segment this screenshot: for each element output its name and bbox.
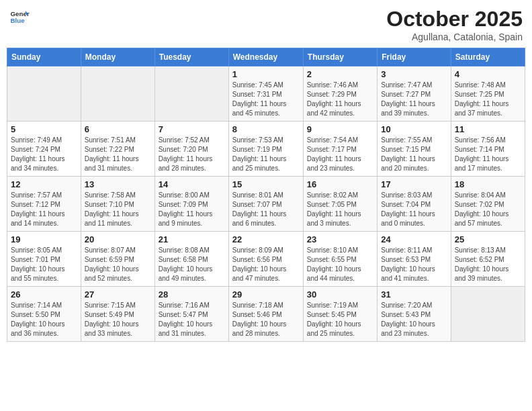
day-info: Sunrise: 7:56 AM Sunset: 7:14 PM Dayligh… [455, 136, 521, 173]
day-number: 14 [159, 179, 225, 189]
header-cell-tuesday: Tuesday [154, 48, 228, 66]
day-number: 19 [11, 234, 77, 244]
day-cell [451, 287, 525, 342]
day-info: Sunrise: 7:45 AM Sunset: 7:31 PM Dayligh… [232, 81, 300, 118]
day-info: Sunrise: 8:00 AM Sunset: 7:09 PM Dayligh… [159, 191, 225, 228]
day-info: Sunrise: 8:11 AM Sunset: 6:53 PM Dayligh… [381, 246, 447, 283]
logo-icon: General Blue [9, 7, 30, 27]
day-cell: 14Sunrise: 8:00 AM Sunset: 7:09 PM Dayli… [154, 177, 228, 232]
header-cell-sunday: Sunday [7, 48, 81, 66]
day-info: Sunrise: 7:54 AM Sunset: 7:17 PM Dayligh… [307, 136, 373, 173]
day-info: Sunrise: 7:55 AM Sunset: 7:15 PM Dayligh… [381, 136, 447, 173]
day-number: 5 [11, 124, 77, 134]
day-info: Sunrise: 7:47 AM Sunset: 7:27 PM Dayligh… [381, 81, 447, 118]
day-info: Sunrise: 7:16 AM Sunset: 5:47 PM Dayligh… [159, 301, 225, 338]
day-number: 24 [381, 234, 447, 244]
day-cell: 4Sunrise: 7:48 AM Sunset: 7:25 PM Daylig… [451, 66, 525, 122]
day-cell: 5Sunrise: 7:49 AM Sunset: 7:24 PM Daylig… [7, 122, 81, 177]
day-info: Sunrise: 7:49 AM Sunset: 7:24 PM Dayligh… [11, 136, 77, 173]
day-cell: 13Sunrise: 7:58 AM Sunset: 7:10 PM Dayli… [81, 177, 154, 232]
day-cell: 9Sunrise: 7:54 AM Sunset: 7:17 PM Daylig… [303, 122, 377, 177]
day-cell [7, 66, 81, 122]
day-number: 28 [159, 289, 225, 300]
day-number: 22 [232, 234, 300, 244]
day-info: Sunrise: 7:51 AM Sunset: 7:22 PM Dayligh… [85, 136, 151, 173]
title-block: October 2025 Agullana, Catalonia, Spain [386, 7, 523, 42]
day-cell: 27Sunrise: 7:15 AM Sunset: 5:49 PM Dayli… [81, 287, 154, 342]
week-row-3: 19Sunrise: 8:05 AM Sunset: 7:01 PM Dayli… [7, 232, 525, 287]
day-info: Sunrise: 7:15 AM Sunset: 5:49 PM Dayligh… [85, 301, 151, 338]
day-cell: 31Sunrise: 7:20 AM Sunset: 5:43 PM Dayli… [378, 287, 451, 342]
day-cell: 6Sunrise: 7:51 AM Sunset: 7:22 PM Daylig… [81, 122, 154, 177]
day-info: Sunrise: 7:53 AM Sunset: 7:19 PM Dayligh… [232, 136, 300, 173]
week-row-4: 26Sunrise: 7:14 AM Sunset: 5:50 PM Dayli… [7, 287, 525, 342]
day-cell: 2Sunrise: 7:46 AM Sunset: 7:29 PM Daylig… [303, 66, 377, 122]
day-number: 10 [381, 124, 447, 134]
day-info: Sunrise: 8:04 AM Sunset: 7:02 PM Dayligh… [455, 191, 521, 228]
day-info: Sunrise: 8:07 AM Sunset: 6:59 PM Dayligh… [85, 246, 151, 283]
day-number: 31 [381, 289, 447, 300]
day-number: 16 [307, 179, 373, 189]
day-number: 7 [159, 124, 225, 134]
day-info: Sunrise: 8:03 AM Sunset: 7:04 PM Dayligh… [381, 191, 447, 228]
header-cell-wednesday: Wednesday [228, 48, 303, 66]
day-cell: 7Sunrise: 7:52 AM Sunset: 7:20 PM Daylig… [154, 122, 228, 177]
day-info: Sunrise: 8:13 AM Sunset: 6:52 PM Dayligh… [455, 246, 521, 283]
day-info: Sunrise: 8:01 AM Sunset: 7:07 PM Dayligh… [232, 191, 300, 228]
day-cell: 8Sunrise: 7:53 AM Sunset: 7:19 PM Daylig… [228, 122, 303, 177]
day-number: 25 [455, 234, 521, 244]
header-row: SundayMondayTuesdayWednesdayThursdayFrid… [7, 48, 525, 66]
logo: General Blue [9, 7, 30, 27]
day-cell: 19Sunrise: 8:05 AM Sunset: 7:01 PM Dayli… [7, 232, 81, 287]
day-cell: 23Sunrise: 8:10 AM Sunset: 6:55 PM Dayli… [303, 232, 377, 287]
day-cell: 16Sunrise: 8:02 AM Sunset: 7:05 PM Dayli… [303, 177, 377, 232]
page-header: General Blue October 2025 Agullana, Cata… [7, 7, 525, 42]
day-info: Sunrise: 7:14 AM Sunset: 5:50 PM Dayligh… [11, 301, 77, 338]
day-cell: 10Sunrise: 7:55 AM Sunset: 7:15 PM Dayli… [378, 122, 451, 177]
day-info: Sunrise: 8:02 AM Sunset: 7:05 PM Dayligh… [307, 191, 373, 228]
day-info: Sunrise: 7:48 AM Sunset: 7:25 PM Dayligh… [455, 81, 521, 118]
header-cell-thursday: Thursday [303, 48, 377, 66]
header-cell-monday: Monday [81, 48, 154, 66]
day-cell: 11Sunrise: 7:56 AM Sunset: 7:14 PM Dayli… [451, 122, 525, 177]
day-cell: 28Sunrise: 7:16 AM Sunset: 5:47 PM Dayli… [154, 287, 228, 342]
day-number: 9 [307, 124, 373, 134]
day-info: Sunrise: 7:19 AM Sunset: 5:45 PM Dayligh… [307, 301, 373, 338]
location-subtitle: Agullana, Catalonia, Spain [386, 32, 523, 42]
day-number: 11 [455, 124, 521, 134]
week-row-2: 12Sunrise: 7:57 AM Sunset: 7:12 PM Dayli… [7, 177, 525, 232]
day-number: 3 [381, 69, 447, 79]
day-info: Sunrise: 7:46 AM Sunset: 7:29 PM Dayligh… [307, 81, 373, 118]
svg-text:Blue: Blue [11, 17, 26, 24]
day-cell: 30Sunrise: 7:19 AM Sunset: 5:45 PM Dayli… [303, 287, 377, 342]
day-number: 4 [455, 69, 521, 79]
day-cell: 3Sunrise: 7:47 AM Sunset: 7:27 PM Daylig… [378, 66, 451, 122]
day-cell [154, 66, 228, 122]
day-info: Sunrise: 7:58 AM Sunset: 7:10 PM Dayligh… [85, 191, 151, 228]
day-cell: 1Sunrise: 7:45 AM Sunset: 7:31 PM Daylig… [228, 66, 303, 122]
day-number: 21 [159, 234, 225, 244]
day-info: Sunrise: 8:05 AM Sunset: 7:01 PM Dayligh… [11, 246, 77, 283]
day-number: 20 [85, 234, 151, 244]
day-cell: 12Sunrise: 7:57 AM Sunset: 7:12 PM Dayli… [7, 177, 81, 232]
day-info: Sunrise: 7:18 AM Sunset: 5:46 PM Dayligh… [232, 301, 300, 338]
week-row-1: 5Sunrise: 7:49 AM Sunset: 7:24 PM Daylig… [7, 122, 525, 177]
day-cell: 20Sunrise: 8:07 AM Sunset: 6:59 PM Dayli… [81, 232, 154, 287]
day-cell: 29Sunrise: 7:18 AM Sunset: 5:46 PM Dayli… [228, 287, 303, 342]
day-number: 26 [11, 289, 77, 300]
day-cell: 15Sunrise: 8:01 AM Sunset: 7:07 PM Dayli… [228, 177, 303, 232]
day-cell: 22Sunrise: 8:09 AM Sunset: 6:56 PM Dayli… [228, 232, 303, 287]
day-info: Sunrise: 7:20 AM Sunset: 5:43 PM Dayligh… [381, 301, 447, 338]
day-cell: 26Sunrise: 7:14 AM Sunset: 5:50 PM Dayli… [7, 287, 81, 342]
day-info: Sunrise: 8:09 AM Sunset: 6:56 PM Dayligh… [232, 246, 300, 283]
day-cell: 17Sunrise: 8:03 AM Sunset: 7:04 PM Dayli… [378, 177, 451, 232]
day-number: 2 [307, 69, 373, 79]
day-info: Sunrise: 8:10 AM Sunset: 6:55 PM Dayligh… [307, 246, 373, 283]
day-number: 27 [85, 289, 151, 300]
calendar-table: SundayMondayTuesdayWednesdayThursdayFrid… [7, 48, 525, 342]
day-number: 15 [232, 179, 300, 189]
header-cell-saturday: Saturday [451, 48, 525, 66]
day-number: 8 [232, 124, 300, 134]
day-number: 12 [11, 179, 77, 189]
day-number: 13 [85, 179, 151, 189]
